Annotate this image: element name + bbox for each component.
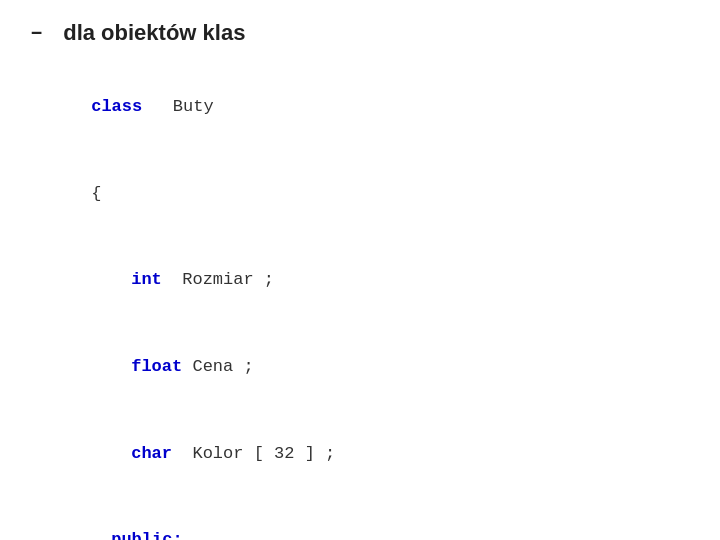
keyword-class: class [91,97,142,116]
keyword-float: float [131,357,182,376]
code-line-6: public: [30,497,690,540]
dash: – [30,21,43,46]
keyword-public: public: [111,530,182,540]
keyword-int: int [131,270,162,289]
code-line-1: class Buty [30,64,690,151]
code-line-2: { [30,151,690,238]
code-line-4: float Cena ; [30,324,690,411]
page: – dla obiektów klas class Buty { int Roz… [0,0,720,540]
header-line: – dla obiektów klas [30,20,690,46]
header-title: dla obiektów klas [63,20,245,46]
code-line-5: char Kolor [ 32 ] ; [30,411,690,498]
code-line-3: int Rozmiar ; [30,237,690,324]
class-name: Buty [142,97,213,116]
code-block: class Buty { int Rozmiar ; float Cena ; … [30,64,690,540]
keyword-char: char [131,444,172,463]
